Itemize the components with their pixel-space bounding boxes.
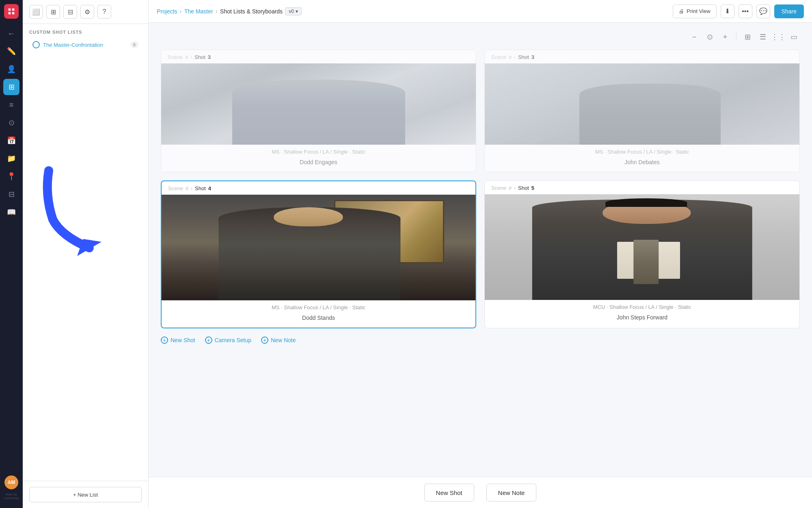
new-shot-plus-icon: +: [161, 336, 168, 344]
view-list-button[interactable]: ☰: [757, 31, 769, 43]
scene-label-4: Scene: [168, 185, 183, 191]
sidebar-item-confrontation[interactable]: The Master-Confrontation 6: [26, 38, 145, 52]
camera-setup-plus-icon: +: [205, 336, 212, 344]
new-note-link[interactable]: + New Note: [261, 336, 296, 344]
hash-4: #: [186, 185, 188, 191]
list-item-name: The Master-Confrontation: [43, 42, 130, 48]
action-row: + New Shot + Camera Setup + New Note: [161, 328, 800, 348]
shot-number-3a: 3: [208, 54, 211, 60]
shot-meta-4: MS · Shallow Focus / LA / Single · Stati…: [162, 300, 475, 313]
new-shot-label: New Shot: [171, 337, 195, 343]
shot-card-3a[interactable]: Scene # › Shot 3 MS · Shallow Focus / LA…: [161, 50, 476, 172]
shot-image-3b: [485, 63, 799, 145]
more-icon: •••: [742, 8, 749, 15]
shot-description-5: John Steps Forward: [485, 313, 799, 327]
arrow-icon-4: ›: [191, 186, 192, 191]
tool-btn-settings[interactable]: ⚙: [80, 5, 94, 19]
sidebar-tools: ⬜ ⊞ ⊟ ⚙ ?: [23, 0, 148, 24]
nav-icon-back[interactable]: ←: [3, 25, 19, 41]
shot-image-5: [485, 194, 799, 300]
camera-setup-label: Camera Setup: [215, 337, 251, 343]
sidebar-footer: + New List: [23, 481, 148, 508]
tool-btn-list[interactable]: ⊟: [63, 5, 77, 19]
zoom-in-button[interactable]: +: [719, 31, 731, 43]
comment-icon: 💬: [759, 7, 767, 15]
bottom-new-note-button[interactable]: New Note: [486, 484, 537, 501]
zoom-reset-button[interactable]: ⊙: [704, 31, 716, 43]
main-area: Projects › The Master › Shot Lists & Sto…: [149, 0, 812, 508]
shot-card-3b[interactable]: Scene # › Shot 3 MS · Shallow Focus / LA…: [484, 50, 800, 172]
download-icon: ⬇: [725, 7, 730, 15]
new-note-label: New Note: [271, 337, 296, 343]
shot-card-3a-header: Scene # › Shot 3: [161, 50, 476, 63]
breadcrumb-projects[interactable]: Projects: [157, 8, 177, 15]
tool-btn-frame[interactable]: ⬜: [29, 5, 43, 19]
shot-card-4-header: Scene # › Shot 4: [162, 181, 475, 195]
shot-card-5-header: Scene # › Shot 5: [485, 181, 799, 194]
sidebar: ⬜ ⊞ ⊟ ⚙ ? CUSTOM SHOT LISTS The Master-C…: [23, 0, 149, 508]
hash-3a: #: [185, 54, 188, 60]
bottom-bar: New Shot New Note: [149, 477, 812, 508]
shot-label-5: Shot: [518, 185, 529, 191]
tool-btn-help[interactable]: ?: [97, 5, 111, 19]
camera-setup-link[interactable]: + Camera Setup: [205, 336, 251, 344]
nav-icon-book[interactable]: 📖: [3, 204, 19, 220]
app-logo[interactable]: [4, 4, 19, 19]
made-by-label: Made By Leanometry: [0, 493, 23, 500]
shot-meta-5: MCU · Shallow Focus / LA / Single · Stat…: [485, 300, 799, 313]
new-shot-link[interactable]: + New Shot: [161, 336, 195, 344]
shot-meta-3b: MS · Shallow Focus / LA / Single · Stati…: [485, 145, 799, 157]
nav-icon-users[interactable]: 👤: [3, 61, 19, 77]
list-item-count: 6: [130, 41, 138, 48]
breadcrumb-project-name[interactable]: The Master: [184, 8, 213, 15]
nav-icon-boards[interactable]: ⊞: [3, 79, 19, 95]
shot-label-4: Shot: [195, 185, 206, 191]
breadcrumb-sep2: ›: [216, 8, 218, 15]
scene-label-5: Scene: [491, 185, 506, 191]
header-actions: 🖨 Print View ⬇ ••• 💬 Share: [673, 4, 804, 18]
list-item-icon: [32, 41, 40, 48]
tool-btn-grid[interactable]: ⊞: [46, 5, 60, 19]
nav-icon-sliders[interactable]: ⊟: [3, 186, 19, 202]
nav-icon-location[interactable]: 📍: [3, 168, 19, 185]
share-button[interactable]: Share: [774, 4, 804, 18]
arrow-icon-3a: ›: [190, 54, 192, 60]
chevron-down-icon: ▾: [296, 9, 298, 14]
shot-label-3b: Shot: [518, 54, 529, 60]
shot-number-4: 4: [208, 185, 211, 191]
new-list-button[interactable]: + New List: [29, 487, 142, 502]
view-grid-2-button[interactable]: ⊞: [741, 31, 754, 43]
nav-icon-calendar[interactable]: 📅: [3, 132, 19, 149]
bottom-new-shot-button[interactable]: New Shot: [424, 484, 474, 501]
download-icon-btn[interactable]: ⬇: [721, 4, 734, 18]
toolbar-row: − ⊙ + ⊞ ☰ ⋮⋮ ▭: [161, 31, 800, 43]
shot-description-4: Dodd Stands: [162, 313, 475, 328]
comment-icon-btn[interactable]: 💬: [756, 4, 770, 18]
arrow-icon-3b: ›: [514, 54, 516, 60]
custom-shot-lists-title: CUSTOM SHOT LISTS: [23, 24, 148, 38]
shot-image-3a: [161, 63, 476, 145]
printer-icon: 🖨: [679, 8, 684, 14]
nav-icon-folder[interactable]: 📁: [3, 150, 19, 167]
content-area: − ⊙ + ⊞ ☰ ⋮⋮ ▭ Scene # › Shot 3: [149, 23, 812, 477]
version-badge[interactable]: v0 ▾: [285, 7, 302, 15]
user-avatar[interactable]: AM: [4, 475, 18, 489]
view-grid-3-button[interactable]: ⋮⋮: [772, 31, 784, 43]
hash-3b: #: [509, 54, 512, 60]
shot-number-5: 5: [531, 185, 534, 191]
nav-icon-edit[interactable]: ✏️: [3, 43, 19, 59]
breadcrumb-sep1: ›: [180, 8, 182, 15]
nav-icon-wheel[interactable]: ⊙: [3, 115, 19, 131]
arrow-icon-5: ›: [514, 185, 516, 191]
scene-label-3a: Scene: [168, 54, 183, 60]
top-header: Projects › The Master › Shot Lists & Sto…: [149, 0, 812, 23]
shot-card-4[interactable]: Scene # › Shot 4 MS · Shallow Focus / LA…: [161, 180, 476, 328]
shot-card-5[interactable]: Scene # › Shot 5: [484, 180, 800, 328]
view-wide-button[interactable]: ▭: [788, 31, 800, 43]
nav-icon-list[interactable]: ≡: [3, 97, 19, 113]
print-view-button[interactable]: 🖨 Print View: [673, 4, 716, 18]
more-icon-btn[interactable]: •••: [739, 4, 752, 18]
shot-description-3a: Dodd Engages: [161, 157, 476, 172]
zoom-out-button[interactable]: −: [688, 31, 700, 43]
breadcrumb: Projects › The Master › Shot Lists & Sto…: [157, 7, 302, 15]
